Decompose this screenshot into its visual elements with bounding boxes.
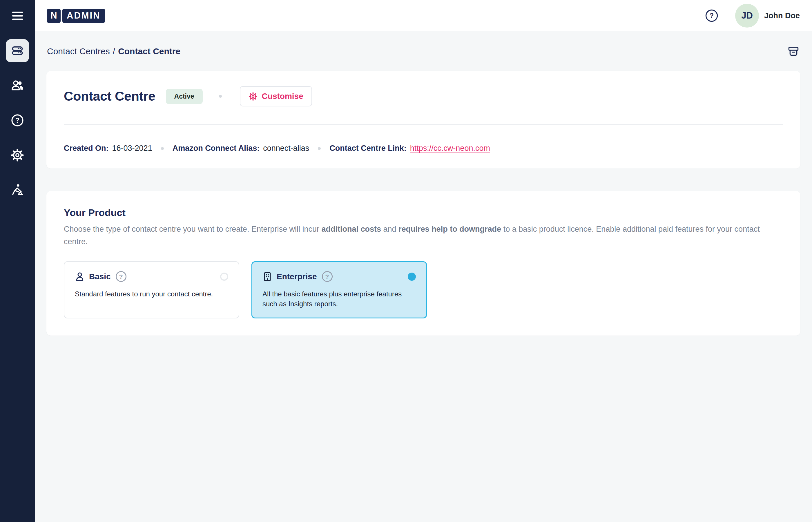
status-badge: Active: [166, 89, 203, 104]
option-name: Enterprise: [277, 272, 317, 281]
detail-value: 16-03-2021: [112, 144, 152, 153]
svg-text:?: ?: [15, 117, 19, 124]
product-options: Basic ? Standard features to run your co…: [64, 261, 783, 318]
breadcrumb-row: Contact Centres/Contact Centre: [46, 43, 800, 60]
topbar-right: ? JD John Doe: [705, 4, 803, 27]
detail-connect-alias: Amazon Connect Alias: connect-alias: [172, 144, 309, 153]
basic-help-icon[interactable]: ?: [116, 271, 126, 282]
section-title: Your Product: [64, 207, 783, 218]
dot-separator: [318, 147, 321, 150]
gear-icon: [11, 148, 24, 162]
option-description: Standard features to run your contact ce…: [75, 289, 221, 299]
detail-centre-link: Contact Centre Link: https://cc.cw-neon.…: [329, 144, 490, 153]
desc-bold: requires help to downgrade: [399, 225, 501, 234]
detail-label: Created On:: [64, 144, 109, 153]
desc-text: and: [381, 225, 399, 234]
option-header: Enterprise ?: [262, 271, 416, 282]
question-circle-icon: ?: [705, 9, 718, 22]
user-avatar[interactable]: JD: [735, 4, 759, 27]
title-row: Contact Centre Active: [64, 86, 783, 107]
contact-centre-card: Contact Centre Active: [46, 71, 800, 168]
details-row: Created On: 16-03-2021 Amazon Connect Al…: [64, 144, 783, 153]
breadcrumb-parent[interactable]: Contact Centres: [47, 46, 110, 56]
help-button[interactable]: ?: [705, 9, 718, 22]
menu-toggle-button[interactable]: [0, 0, 35, 31]
basic-radio[interactable]: [220, 273, 228, 281]
archive-button[interactable]: [787, 45, 800, 58]
detail-value: connect-alias: [263, 144, 309, 153]
logo-n-mark: N: [47, 9, 61, 23]
main-area: N ADMIN ? JD John Doe Contact Centres/Co…: [35, 0, 812, 522]
sidebar-item-contact-centres[interactable]: [6, 39, 29, 62]
person-icon: [75, 272, 85, 282]
user-name[interactable]: John Doe: [764, 11, 800, 20]
sidebar-item-users[interactable]: [6, 74, 29, 97]
app-root: ?: [0, 0, 812, 522]
archive-box-icon: [788, 45, 799, 57]
page-title: Contact Centre: [64, 89, 156, 104]
breadcrumb: Contact Centres/Contact Centre: [47, 46, 180, 56]
dot-separator: [161, 147, 164, 150]
building-icon: [262, 272, 272, 282]
logo-admin-mark: ADMIN: [62, 9, 105, 23]
customise-button-label: Customise: [262, 92, 303, 101]
desc-bold: additional costs: [321, 225, 381, 234]
customise-button[interactable]: Customise: [240, 86, 312, 106]
question-glyph: ?: [119, 273, 123, 280]
topbar: N ADMIN ? JD John Doe: [35, 0, 812, 31]
gear-icon: [248, 92, 258, 101]
construction-icon: [11, 183, 24, 197]
dot-separator: [219, 95, 222, 98]
server-stack-icon: [11, 44, 24, 57]
enterprise-help-icon[interactable]: ?: [322, 271, 333, 282]
sidebar: ?: [0, 0, 35, 522]
divider: [64, 124, 783, 125]
contact-centre-link[interactable]: https://cc.cw-neon.com: [410, 144, 490, 153]
breadcrumb-separator: /: [113, 46, 115, 56]
breadcrumb-current: Contact Centre: [118, 46, 180, 56]
sidebar-nav: ?: [6, 31, 29, 213]
sidebar-item-settings[interactable]: [6, 144, 29, 167]
sidebar-item-help[interactable]: ?: [6, 109, 29, 132]
your-product-card: Your Product Choose the type of contact …: [46, 191, 800, 336]
detail-created-on: Created On: 16-03-2021: [64, 144, 152, 153]
question-glyph: ?: [325, 273, 329, 280]
enterprise-radio[interactable]: [408, 273, 416, 281]
hamburger-icon: [12, 12, 23, 20]
app-logo[interactable]: N ADMIN: [47, 9, 105, 23]
option-description: All the basic features plus enterprise f…: [262, 289, 409, 309]
option-name: Basic: [89, 272, 111, 281]
section-description: Choose the type of contact centre you wa…: [64, 223, 783, 248]
users-icon: [11, 79, 24, 92]
desc-text: Choose the type of contact centre you wa…: [64, 225, 321, 234]
option-header: Basic ?: [75, 271, 228, 282]
detail-label: Amazon Connect Alias:: [172, 144, 260, 153]
option-enterprise[interactable]: Enterprise ? All the basic features plus…: [251, 261, 427, 318]
option-basic[interactable]: Basic ? Standard features to run your co…: [64, 261, 239, 318]
svg-text:?: ?: [710, 12, 714, 19]
detail-label: Contact Centre Link:: [329, 144, 407, 153]
page-content: Contact Centres/Contact Centre Contact C…: [35, 31, 812, 522]
sidebar-item-maintenance[interactable]: [6, 178, 29, 202]
help-circle-icon: ?: [11, 114, 24, 127]
